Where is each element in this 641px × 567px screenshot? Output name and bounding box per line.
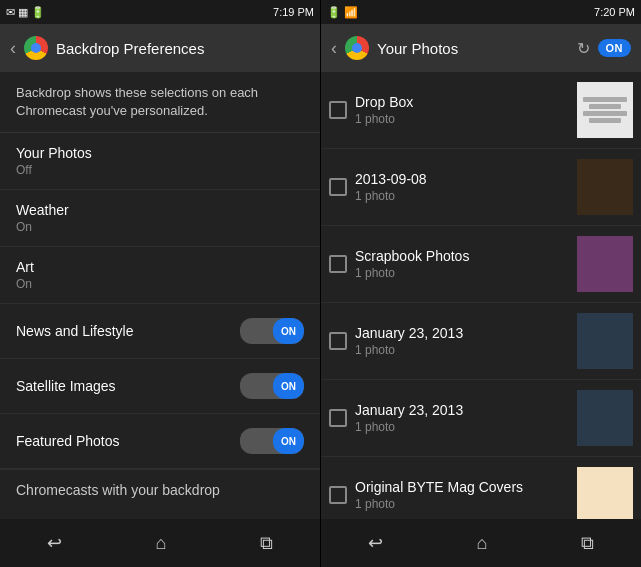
photo-count-drop-box: 1 photo: [355, 112, 569, 126]
photo-item-scrapbook[interactable]: Scrapbook Photos 1 photo: [321, 226, 641, 303]
right-panel: 🔋 📶 7:20 PM ‹ Your Photos ↻ ON Drop Box …: [321, 0, 641, 567]
back-button[interactable]: ‹: [10, 38, 16, 59]
left-nav-bar: ↩ ⌂ ⧉: [0, 519, 320, 567]
satellite-toggle[interactable]: ON: [240, 373, 304, 399]
preview-line-2: [589, 104, 621, 109]
right-recents-nav[interactable]: ⧉: [565, 525, 610, 562]
your-photos-title: Your Photos: [16, 145, 304, 161]
photo-thumb-byte: [577, 467, 633, 519]
menu-item-weather[interactable]: Weather On: [0, 190, 320, 247]
right-status-time: 7:20 PM: [594, 6, 635, 18]
preview-line-1: [583, 97, 627, 102]
photo-count-byte: 1 photo: [355, 497, 569, 511]
right-status-right: 7:20 PM: [594, 6, 635, 18]
photo-count-jan-2: 1 photo: [355, 420, 569, 434]
mail-icon: ✉: [6, 6, 15, 19]
photo-item-2013-09-08[interactable]: 2013-09-08 1 photo: [321, 149, 641, 226]
sync-icon[interactable]: ↻: [577, 39, 590, 58]
photo-count-2013-09-08: 1 photo: [355, 189, 569, 203]
intro-text: Backdrop shows these selections on each …: [0, 72, 320, 133]
photo-name-jan-1: January 23, 2013: [355, 325, 569, 341]
photo-count-scrapbook: 1 photo: [355, 266, 569, 280]
left-status-bar: ✉ ▦ 🔋 7:19 PM: [0, 0, 320, 24]
photo-info-jan-1: January 23, 2013 1 photo: [355, 325, 569, 357]
photo-list: Drop Box 1 photo 2013-09-08 1 photo S: [321, 72, 641, 519]
left-home-nav[interactable]: ⌂: [140, 525, 183, 562]
menu-item-art[interactable]: Art On: [0, 247, 320, 304]
weather-sub: On: [16, 220, 304, 234]
signal-icon: ▦: [18, 6, 28, 19]
right-battery-icon: 🔋: [327, 6, 341, 19]
featured-toggle-label: ON: [273, 428, 304, 454]
left-header: ‹ Backdrop Preferences: [0, 24, 320, 72]
status-left-icons: ✉ ▦ 🔋: [6, 6, 45, 19]
menu-item-your-photos[interactable]: Your Photos Off: [0, 133, 320, 190]
left-content: Backdrop shows these selections on each …: [0, 72, 320, 519]
battery-icon: 🔋: [31, 6, 45, 19]
news-lifestyle-title: News and Lifestyle: [16, 323, 134, 339]
photo-count-jan-1: 1 photo: [355, 343, 569, 357]
right-header-toggle[interactable]: ON: [598, 39, 632, 57]
left-recents-nav[interactable]: ⧉: [244, 525, 289, 562]
chrome-icon: [24, 36, 48, 60]
photo-name-byte: Original BYTE Mag Covers: [355, 479, 569, 495]
left-panel: ✉ ▦ 🔋 7:19 PM ‹ Backdrop Preferences Bac…: [0, 0, 321, 567]
photo-name-scrapbook: Scrapbook Photos: [355, 248, 569, 264]
photo-info-2013-09-08: 2013-09-08 1 photo: [355, 171, 569, 203]
menu-item-satellite[interactable]: Satellite Images ON: [0, 359, 320, 414]
right-back-nav[interactable]: ↩: [352, 524, 399, 562]
menu-item-featured[interactable]: Featured Photos ON: [0, 414, 320, 469]
satellite-toggle-label: ON: [273, 373, 304, 399]
photo-info-scrapbook: Scrapbook Photos 1 photo: [355, 248, 569, 280]
featured-toggle[interactable]: ON: [240, 428, 304, 454]
photo-item-jan-1[interactable]: January 23, 2013 1 photo: [321, 303, 641, 380]
right-status-left: 🔋 📶: [327, 6, 358, 19]
art-sub: On: [16, 277, 304, 291]
satellite-title: Satellite Images: [16, 378, 116, 394]
checkbox-scrapbook[interactable]: [329, 255, 347, 273]
right-home-nav[interactable]: ⌂: [461, 525, 504, 562]
right-header-title: Your Photos: [377, 40, 569, 57]
weather-title: Weather: [16, 202, 304, 218]
photo-name-jan-2: January 23, 2013: [355, 402, 569, 418]
photo-item-byte[interactable]: Original BYTE Mag Covers 1 photo: [321, 457, 641, 519]
chromecasts-label[interactable]: Chromecasts with your backdrop: [0, 469, 320, 510]
photo-thumb-jan-1: [577, 313, 633, 369]
left-back-nav[interactable]: ↩: [31, 524, 78, 562]
right-back-button[interactable]: ‹: [331, 38, 337, 59]
photo-info-byte: Original BYTE Mag Covers 1 photo: [355, 479, 569, 511]
status-right: 7:19 PM: [273, 6, 314, 18]
checkbox-2013-09-08[interactable]: [329, 178, 347, 196]
photo-info-jan-2: January 23, 2013 1 photo: [355, 402, 569, 434]
preview-line-4: [589, 118, 621, 123]
status-time: 7:19 PM: [273, 6, 314, 18]
photo-thumb-scrapbook: [577, 236, 633, 292]
checkbox-drop-box[interactable]: [329, 101, 347, 119]
featured-title: Featured Photos: [16, 433, 120, 449]
photo-name-2013-09-08: 2013-09-08: [355, 171, 569, 187]
right-chrome-icon: [345, 36, 369, 60]
left-header-title: Backdrop Preferences: [56, 40, 310, 57]
photo-thumb-jan-2: [577, 390, 633, 446]
art-title: Art: [16, 259, 304, 275]
photo-item-drop-box[interactable]: Drop Box 1 photo: [321, 72, 641, 149]
news-lifestyle-toggle[interactable]: ON: [240, 318, 304, 344]
photo-thumb-2013-09-08: [577, 159, 633, 215]
right-nav-bar: ↩ ⌂ ⧉: [321, 519, 641, 567]
photo-thumb-drop-box: [577, 82, 633, 138]
your-photos-sub: Off: [16, 163, 304, 177]
photo-name-drop-box: Drop Box: [355, 94, 569, 110]
checkbox-jan-1[interactable]: [329, 332, 347, 350]
preview-line-3: [583, 111, 627, 116]
right-header: ‹ Your Photos ↻ ON: [321, 24, 641, 72]
right-wifi-icon: 📶: [344, 6, 358, 19]
right-status-bar: 🔋 📶 7:20 PM: [321, 0, 641, 24]
checkbox-jan-2[interactable]: [329, 409, 347, 427]
photo-item-jan-2[interactable]: January 23, 2013 1 photo: [321, 380, 641, 457]
news-lifestyle-toggle-label: ON: [273, 318, 304, 344]
menu-item-news-lifestyle[interactable]: News and Lifestyle ON: [0, 304, 320, 359]
checkbox-byte[interactable]: [329, 486, 347, 504]
photo-info-drop-box: Drop Box 1 photo: [355, 94, 569, 126]
